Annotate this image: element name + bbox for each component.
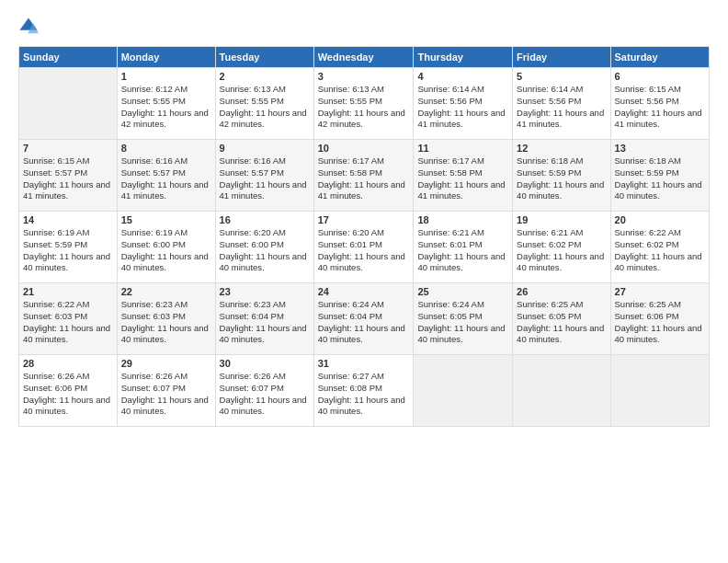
calendar-cell [414, 355, 513, 427]
sunrise-label: Sunrise: 6:19 AM [23, 227, 89, 237]
sunset-label: Sunset: 5:55 PM [220, 96, 284, 106]
sunrise-label: Sunrise: 6:20 AM [318, 227, 384, 237]
sunrise-label: Sunrise: 6:26 AM [23, 371, 89, 381]
cell-content: Sunrise: 6:17 AM Sunset: 5:58 PM Dayligh… [417, 155, 508, 202]
day-number: 5 [517, 71, 606, 82]
daylight-label: Daylight: 11 hours and 41 minutes. [417, 179, 505, 201]
calendar-cell: 13 Sunrise: 6:18 AM Sunset: 5:59 PM Dayl… [610, 140, 709, 212]
sunrise-label: Sunrise: 6:24 AM [318, 299, 384, 309]
sunrise-label: Sunrise: 6:13 AM [318, 84, 384, 94]
calendar-cell: 24 Sunrise: 6:24 AM Sunset: 6:04 PM Dayl… [313, 283, 414, 355]
cell-content: Sunrise: 6:23 AM Sunset: 6:04 PM Dayligh… [220, 299, 310, 346]
calendar-cell: 6 Sunrise: 6:15 AM Sunset: 5:56 PM Dayli… [610, 68, 709, 140]
day-number: 25 [417, 286, 508, 297]
sunrise-label: Sunrise: 6:17 AM [318, 155, 384, 166]
sunrise-label: Sunrise: 6:18 AM [615, 155, 681, 166]
sunrise-label: Sunrise: 6:23 AM [220, 299, 286, 309]
cell-content: Sunrise: 6:22 AM Sunset: 6:02 PM Dayligh… [615, 227, 705, 274]
calendar-week-1: 1 Sunrise: 6:12 AM Sunset: 5:55 PM Dayli… [19, 68, 710, 140]
sunset-label: Sunset: 6:07 PM [220, 383, 284, 393]
sunset-label: Sunset: 5:55 PM [318, 96, 382, 106]
cell-content: Sunrise: 6:26 AM Sunset: 6:07 PM Dayligh… [121, 371, 211, 418]
logo [18, 17, 42, 37]
cell-content: Sunrise: 6:19 AM Sunset: 6:00 PM Dayligh… [121, 227, 211, 274]
calendar-cell: 22 Sunrise: 6:23 AM Sunset: 6:03 PM Dayl… [117, 283, 215, 355]
daylight-label: Daylight: 11 hours and 42 minutes. [121, 108, 209, 130]
day-number: 16 [220, 214, 310, 225]
sunset-label: Sunset: 6:06 PM [615, 311, 679, 321]
day-number: 12 [517, 143, 606, 154]
sunrise-label: Sunrise: 6:26 AM [220, 371, 286, 381]
cell-content: Sunrise: 6:14 AM Sunset: 5:56 PM Dayligh… [517, 84, 606, 131]
cell-content: Sunrise: 6:14 AM Sunset: 5:56 PM Dayligh… [417, 84, 508, 131]
sunrise-label: Sunrise: 6:17 AM [417, 155, 483, 166]
calendar-cell: 4 Sunrise: 6:14 AM Sunset: 5:56 PM Dayli… [414, 68, 513, 140]
sunrise-label: Sunrise: 6:15 AM [615, 84, 681, 94]
cell-content: Sunrise: 6:16 AM Sunset: 5:57 PM Dayligh… [220, 155, 310, 202]
cell-content: Sunrise: 6:20 AM Sunset: 6:01 PM Dayligh… [318, 227, 410, 274]
day-number: 24 [318, 286, 410, 297]
day-number: 28 [23, 358, 113, 369]
cell-content: Sunrise: 6:16 AM Sunset: 5:57 PM Dayligh… [121, 155, 211, 202]
cell-content: Sunrise: 6:22 AM Sunset: 6:03 PM Dayligh… [23, 299, 113, 346]
day-number: 26 [517, 286, 606, 297]
day-number: 23 [220, 286, 310, 297]
calendar-cell: 2 Sunrise: 6:13 AM Sunset: 5:55 PM Dayli… [215, 68, 313, 140]
calendar-week-5: 28 Sunrise: 6:26 AM Sunset: 6:06 PM Dayl… [19, 355, 710, 427]
daylight-label: Daylight: 11 hours and 40 minutes. [121, 395, 209, 417]
sunrise-label: Sunrise: 6:25 AM [615, 299, 681, 309]
sunset-label: Sunset: 6:01 PM [417, 239, 482, 249]
day-number: 11 [417, 143, 508, 154]
calendar-cell: 11 Sunrise: 6:17 AM Sunset: 5:58 PM Dayl… [414, 140, 513, 212]
sunset-label: Sunset: 6:05 PM [417, 311, 482, 321]
cell-content: Sunrise: 6:24 AM Sunset: 6:04 PM Dayligh… [318, 299, 410, 346]
day-header-friday: Friday [513, 47, 610, 68]
daylight-label: Daylight: 11 hours and 40 minutes. [615, 179, 702, 201]
day-number: 3 [318, 71, 410, 82]
day-number: 13 [615, 143, 705, 154]
cell-content: Sunrise: 6:21 AM Sunset: 6:02 PM Dayligh… [517, 227, 606, 274]
cell-content: Sunrise: 6:27 AM Sunset: 6:08 PM Dayligh… [318, 371, 410, 418]
daylight-label: Daylight: 11 hours and 40 minutes. [615, 323, 702, 345]
day-number: 20 [615, 214, 705, 225]
calendar-header-row: SundayMondayTuesdayWednesdayThursdayFrid… [19, 47, 710, 68]
sunrise-label: Sunrise: 6:12 AM [121, 84, 188, 94]
calendar-cell: 26 Sunrise: 6:25 AM Sunset: 6:05 PM Dayl… [513, 283, 610, 355]
calendar-cell [610, 355, 709, 427]
calendar-cell: 1 Sunrise: 6:12 AM Sunset: 5:55 PM Dayli… [117, 68, 215, 140]
day-number: 17 [318, 214, 410, 225]
calendar-cell: 16 Sunrise: 6:20 AM Sunset: 6:00 PM Dayl… [215, 212, 313, 283]
sunset-label: Sunset: 6:05 PM [517, 311, 581, 321]
sunset-label: Sunset: 5:56 PM [417, 96, 482, 106]
header [18, 17, 710, 37]
calendar-week-2: 7 Sunrise: 6:15 AM Sunset: 5:57 PM Dayli… [19, 140, 710, 212]
daylight-label: Daylight: 11 hours and 40 minutes. [417, 323, 505, 345]
calendar-cell: 28 Sunrise: 6:26 AM Sunset: 6:06 PM Dayl… [19, 355, 118, 427]
sunrise-label: Sunrise: 6:24 AM [417, 299, 483, 309]
day-number: 30 [220, 358, 310, 369]
daylight-label: Daylight: 11 hours and 40 minutes. [318, 251, 405, 273]
calendar-cell: 15 Sunrise: 6:19 AM Sunset: 6:00 PM Dayl… [117, 212, 215, 283]
sunrise-label: Sunrise: 6:23 AM [121, 299, 188, 309]
cell-content: Sunrise: 6:18 AM Sunset: 5:59 PM Dayligh… [615, 155, 705, 202]
sunrise-label: Sunrise: 6:21 AM [417, 227, 483, 237]
daylight-label: Daylight: 11 hours and 41 minutes. [23, 179, 110, 201]
calendar-cell: 31 Sunrise: 6:27 AM Sunset: 6:08 PM Dayl… [313, 355, 414, 427]
cell-content: Sunrise: 6:15 AM Sunset: 5:57 PM Dayligh… [23, 155, 113, 202]
sunrise-label: Sunrise: 6:22 AM [615, 227, 681, 237]
sunset-label: Sunset: 5:59 PM [517, 167, 581, 178]
sunrise-label: Sunrise: 6:26 AM [121, 371, 188, 381]
calendar-cell: 8 Sunrise: 6:16 AM Sunset: 5:57 PM Dayli… [117, 140, 215, 212]
day-header-saturday: Saturday [610, 47, 709, 68]
page: SundayMondayTuesdayWednesdayThursdayFrid… [0, 0, 728, 563]
day-number: 27 [615, 286, 705, 297]
calendar-cell [19, 68, 118, 140]
calendar-cell: 9 Sunrise: 6:16 AM Sunset: 5:57 PM Dayli… [215, 140, 313, 212]
cell-content: Sunrise: 6:25 AM Sunset: 6:06 PM Dayligh… [615, 299, 705, 346]
day-number: 14 [23, 214, 113, 225]
day-header-tuesday: Tuesday [215, 47, 313, 68]
daylight-label: Daylight: 11 hours and 41 minutes. [615, 108, 702, 130]
daylight-label: Daylight: 11 hours and 41 minutes. [318, 179, 405, 201]
sunset-label: Sunset: 5:56 PM [517, 96, 581, 106]
sunset-label: Sunset: 6:02 PM [615, 239, 679, 249]
